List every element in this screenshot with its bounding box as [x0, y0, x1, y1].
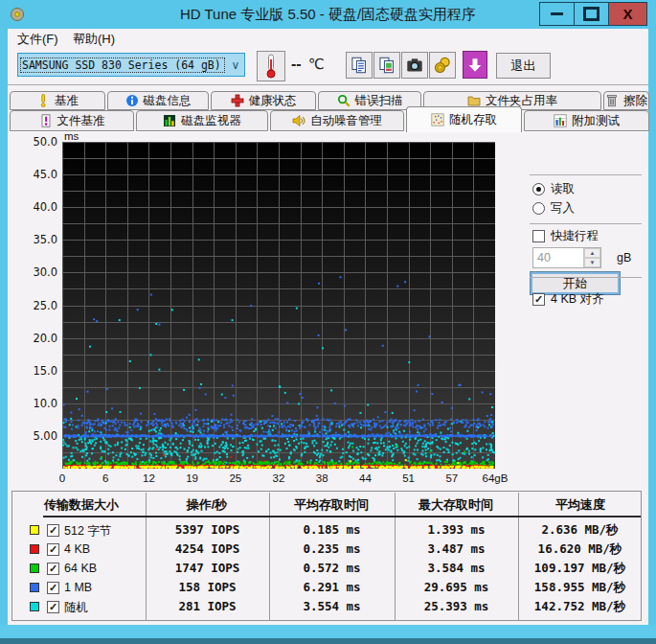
x-tick-label: 19 — [186, 472, 198, 484]
avg-time-value: 6.291 ms — [269, 580, 395, 594]
y-tick-label: 35.0 — [21, 233, 57, 246]
menu-file[interactable]: 文件(F) — [13, 31, 62, 48]
spinner-buttons: ▲ ▼ — [583, 248, 600, 267]
ops-value: 1747 IOPS — [146, 561, 269, 575]
speed-value: 158.955 MB/秒 — [518, 580, 642, 596]
tab-label: 附加测试 — [572, 113, 620, 129]
tab-label: 磁盘信息 — [144, 93, 192, 109]
download-arrow-icon — [467, 57, 483, 74]
x-tick-label: 32 — [273, 472, 285, 484]
y-tick-label: 15.0 — [21, 364, 57, 378]
write-label: 写入 — [551, 200, 575, 217]
scatter-canvas — [62, 142, 495, 469]
series-visibility-checkbox[interactable]: ✓ — [47, 582, 59, 594]
tab-health[interactable]: 健康状态 — [211, 91, 316, 110]
align-checkbox[interactable]: ✓ — [532, 293, 545, 306]
thermometer-icon — [264, 54, 278, 79]
align-row[interactable]: ✓ 4 KB 对齐 — [532, 291, 604, 308]
maximize-button[interactable] — [574, 2, 609, 26]
short-stroke-row[interactable]: 快捷行程 — [532, 228, 599, 244]
maximize-icon — [583, 7, 599, 21]
series-color-swatch — [30, 583, 39, 592]
x-tick-label: 44 — [359, 472, 372, 484]
y-tick-label: 40.0 — [21, 200, 57, 214]
window-frame-left — [0, 29, 8, 638]
camera-icon — [406, 57, 423, 74]
tab-aam[interactable]: 自动噪音管理 — [270, 110, 404, 131]
tab-label: 随机存取 — [449, 112, 497, 128]
spin-down-button[interactable]: ▼ — [584, 258, 600, 267]
short-stroke-checkbox[interactable] — [532, 230, 545, 242]
tab-file-benchmark[interactable]: 文件基准 — [10, 110, 134, 131]
y-tick-label: 10.0 — [21, 397, 57, 410]
series-label: 随机 — [64, 600, 88, 616]
copy-text-button[interactable] — [346, 52, 373, 79]
write-radio-row[interactable]: 写入 — [532, 200, 575, 217]
max-time-value: 1.393 ms — [395, 522, 518, 537]
controls-separator — [530, 174, 642, 175]
short-stroke-label: 快捷行程 — [551, 228, 599, 244]
y-tick-label: 50.0 — [21, 135, 57, 149]
tab-benchmark[interactable]: 基准 — [10, 91, 105, 110]
short-stroke-spinner[interactable]: 40 ▲ ▼ — [532, 247, 601, 268]
menu-help[interactable]: 帮助(H) — [69, 31, 119, 48]
col-header-max: 最大存取时间 — [418, 496, 493, 514]
x-tick-label: 12 — [143, 472, 155, 484]
benchmark-icon — [36, 94, 50, 107]
series-label: 512 字节 — [64, 523, 111, 540]
ops-value: 158 IOPS — [146, 580, 269, 594]
title-bar[interactable]: HD Tune 专业版 5.50 - 硬盘/固态硬盘实用程序 X — [0, 0, 656, 29]
write-radio[interactable] — [532, 202, 545, 215]
series-color-swatch — [30, 564, 39, 573]
x-tick-label: 6 — [102, 472, 108, 484]
ops-value: 281 IOPS — [146, 599, 269, 613]
drive-selector[interactable]: SAMSUNG SSD 830 Series (64 gB) ∨ — [17, 53, 245, 77]
series-color-swatch — [30, 525, 39, 535]
tab-erase[interactable]: 擦除 — [603, 91, 649, 110]
series-visibility-checkbox[interactable]: ✓ — [47, 524, 59, 537]
y-tick-label: 5.00 — [21, 429, 57, 443]
close-button[interactable]: X — [608, 2, 647, 26]
ops-value: 4254 IOPS — [146, 541, 269, 556]
read-radio[interactable] — [532, 183, 545, 196]
tab-disk-info[interactable]: 磁盘信息 — [107, 91, 209, 110]
speed-value: 109.197 MB/秒 — [518, 561, 642, 577]
tab-random-access[interactable]: 随机存取 — [406, 106, 522, 132]
screenshot-button[interactable] — [401, 52, 428, 79]
avg-time-value: 0.572 ms — [269, 561, 395, 575]
avg-time-value: 0.185 ms — [269, 522, 395, 537]
info-icon — [125, 94, 139, 107]
series-visibility-checkbox[interactable]: ✓ — [47, 601, 59, 613]
copy-text-icon — [351, 57, 368, 74]
trash-icon — [605, 94, 619, 107]
window-frame-right — [648, 29, 656, 638]
speed-value: 2.636 MB/秒 — [518, 522, 642, 539]
tab-label: 擦除 — [623, 93, 647, 109]
spin-up-button[interactable]: ▲ — [584, 248, 600, 258]
y-tick-label: 45.0 — [21, 168, 57, 181]
random-access-panel: ms 50.045.040.035.030.025.020.015.010.05… — [8, 131, 648, 492]
controls-separator — [530, 277, 642, 278]
col-header-speed: 平均速度 — [555, 496, 605, 514]
exit-button[interactable]: 退出 — [496, 53, 551, 79]
temperature-button[interactable] — [257, 51, 285, 81]
x-tick-label: 57 — [445, 472, 458, 484]
window-frame-bottom — [0, 625, 656, 639]
copy-image-icon — [378, 57, 396, 74]
x-tick-label: 25 — [229, 472, 241, 484]
download-button[interactable] — [463, 51, 487, 79]
disk-monitor-icon — [163, 114, 176, 127]
short-stroke-value: 40 — [533, 248, 583, 267]
minimize-button[interactable] — [539, 2, 575, 26]
controls-separator — [530, 223, 642, 224]
tab-disk-monitor[interactable]: 磁盘监视器 — [136, 110, 268, 131]
read-radio-row[interactable]: 读取 — [532, 181, 575, 197]
series-visibility-checkbox[interactable]: ✓ — [47, 543, 59, 556]
donate-button[interactable] — [429, 52, 456, 79]
drive-selector-value: SAMSUNG SSD 830 Series (64 gB) — [18, 56, 227, 75]
series-visibility-checkbox[interactable]: ✓ — [47, 563, 59, 575]
tab-extra-tests[interactable]: 附加测试 — [524, 110, 649, 131]
series-color-swatch — [30, 544, 39, 554]
copy-image-button[interactable] — [373, 52, 400, 79]
random-access-icon — [431, 113, 444, 126]
